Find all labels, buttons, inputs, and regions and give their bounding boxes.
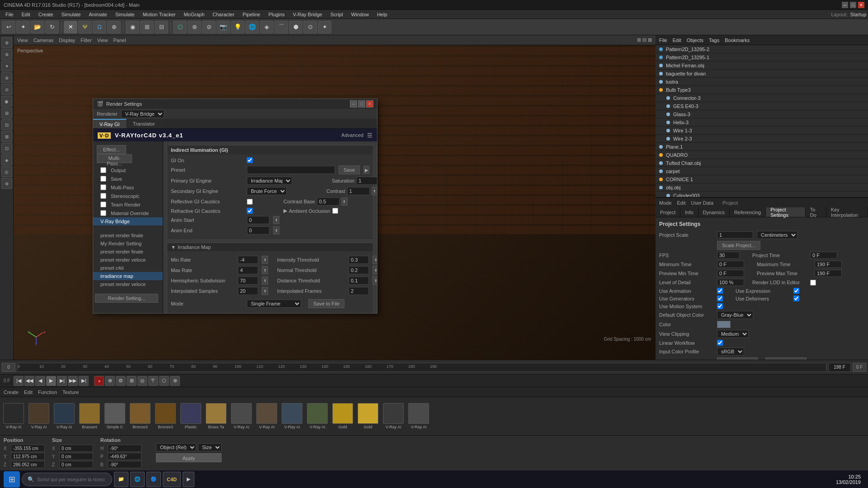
sidebar-item-output[interactable]: Output	[93, 166, 163, 174]
sidebar-item-save[interactable]: Save	[93, 174, 163, 183]
material-item[interactable]: V-Ray Ai	[280, 403, 304, 429]
material-item[interactable]: V-Ray Ai	[27, 403, 51, 429]
taskbar-app-explorer[interactable]: 📁	[114, 472, 128, 487]
viewport-menu-view2[interactable]: View	[97, 38, 108, 43]
obj-mgr-file[interactable]: File	[659, 38, 667, 43]
cache-btn[interactable]: ◎	[137, 376, 147, 386]
list-item[interactable]: Cylinder003	[656, 192, 868, 197]
rot-h-input[interactable]	[108, 445, 142, 452]
size-x-input[interactable]	[59, 445, 93, 452]
dialog-maximize-btn[interactable]: □	[358, 100, 365, 108]
sidebar-item-material-override[interactable]: Material Override	[93, 209, 163, 217]
render-preset-item[interactable]: preset c4d	[93, 264, 163, 272]
nurbs-btn[interactable]: ⊛	[188, 21, 201, 33]
linear-workflow-checkbox[interactable]	[717, 340, 723, 346]
taskbar-search-input[interactable]	[37, 477, 105, 482]
menu-window[interactable]: Window	[348, 11, 373, 18]
anim-end-spinner[interactable]: ⬆	[273, 226, 279, 235]
vray-tab-gi[interactable]: V-Ray GI	[93, 119, 127, 128]
preset-input[interactable]	[247, 166, 335, 174]
mode-function[interactable]: Function	[38, 389, 57, 395]
min-rate-spinner[interactable]: ⬆	[262, 256, 268, 264]
intensity-spinner[interactable]: ⬆	[373, 256, 377, 264]
mode-pan[interactable]: ⊕	[107, 21, 121, 33]
left-btn-5[interactable]: ⊘	[1, 84, 12, 95]
key-btn[interactable]: ⬡	[159, 376, 169, 386]
menu-vray-bridge[interactable]: V-Ray Bridge	[289, 11, 326, 18]
play-btn[interactable]: ▶	[46, 376, 56, 386]
tab-referencing[interactable]: Referencing	[730, 207, 766, 217]
taskbar-app-browser[interactable]: 🌐	[130, 472, 145, 487]
contrast-spinner[interactable]: ⬆	[372, 187, 377, 195]
reflective-gi-checkbox[interactable]	[247, 199, 253, 205]
render-preset-item[interactable]: preset render veloce	[93, 280, 163, 288]
tab-todo[interactable]: To Do	[806, 207, 826, 217]
tool1[interactable]: ↻	[45, 21, 59, 33]
default-obj-color-select[interactable]: Gray-Blue	[717, 311, 753, 319]
intensity-input[interactable]	[349, 256, 369, 264]
motion-btn[interactable]: 〒	[148, 376, 158, 386]
options-btn[interactable]: ⚙	[116, 376, 126, 386]
mode-tab-edit[interactable]: Edit	[677, 200, 686, 206]
contrast-base-spinner[interactable]: ⬆	[341, 197, 348, 206]
save-to-file-btn[interactable]: Save to File	[308, 299, 344, 308]
size-y-input[interactable]	[59, 453, 93, 460]
undo-button[interactable]: ↩	[2, 21, 15, 33]
apply-button[interactable]: Apply	[156, 453, 222, 462]
menu-create[interactable]: Create	[35, 11, 57, 18]
close-button[interactable]: ✕	[858, 2, 864, 8]
hemispheric-input[interactable]	[238, 277, 258, 285]
ambient-occlusion-checkbox[interactable]	[332, 208, 338, 214]
mode-scale[interactable]: Ψ	[78, 21, 92, 33]
list-item[interactable]: Pattern2D_13295-1	[656, 53, 868, 61]
frame-start[interactable]: 0	[2, 363, 15, 372]
distance-threshold-spinner[interactable]: ⬆	[373, 277, 377, 285]
play-next-btn[interactable]: ▶|	[57, 376, 67, 386]
min-rate-input[interactable]	[238, 256, 258, 264]
render-preset-item[interactable]: irradiance map	[93, 272, 163, 280]
left-btn-12[interactable]: ◎	[1, 166, 12, 177]
viewport-controls[interactable]: ⊞ ⊟ ⊠	[637, 37, 652, 43]
material-item[interactable]: V-Ray Ai	[52, 403, 76, 429]
left-btn-10[interactable]: ⊡	[1, 143, 12, 154]
saturation-input[interactable]	[356, 177, 377, 185]
new-object-button[interactable]: ✦	[16, 21, 30, 33]
left-btn-8[interactable]: ⊟	[1, 119, 12, 130]
size-mode-select[interactable]: Size	[198, 443, 222, 451]
list-item[interactable]: GES E40-3	[656, 102, 868, 110]
viewport-menu-cameras[interactable]: Cameras	[33, 38, 54, 43]
input-color-select[interactable]: sRGB	[717, 347, 744, 356]
list-item[interactable]: Wire 1-3	[656, 127, 868, 135]
interpolated-input[interactable]	[238, 287, 258, 295]
material-item[interactable]: Gold	[331, 403, 354, 429]
cube-btn[interactable]: ⬡	[173, 21, 187, 33]
list-item[interactable]: Wire 2-3	[656, 135, 868, 143]
render-all[interactable]: ⊟	[155, 21, 168, 33]
material-item[interactable]: V-Ray Ai	[407, 403, 430, 429]
distance-threshold-input[interactable]	[349, 277, 369, 285]
max-time-input[interactable]	[815, 261, 842, 268]
list-item[interactable]: Helix-3	[656, 118, 868, 127]
effector-btn[interactable]: ✦	[318, 21, 331, 33]
dialog-titlebar[interactable]: 🎬 Render Settings ─ □ ✕	[93, 99, 377, 109]
record-btn[interactable]: ●	[94, 376, 104, 386]
menu-animate[interactable]: Animate	[85, 11, 111, 18]
left-btn-2[interactable]: ⊗	[1, 49, 12, 60]
primary-gi-select[interactable]: Irradiance Map	[247, 177, 292, 185]
render-preset-item[interactable]: preset render veloce	[93, 256, 163, 264]
timeline-ruler[interactable]: 0102030405060708090100110120130140150160…	[17, 363, 826, 372]
mode-create[interactable]: Create	[4, 389, 19, 395]
mode-tab-user-data[interactable]: User Data	[691, 200, 714, 206]
anim-start-spinner[interactable]: ⬆	[273, 216, 279, 224]
camera-btn[interactable]: 📷	[217, 21, 230, 33]
pos-z-input[interactable]	[11, 461, 45, 468]
mesh-btn[interactable]: ⬢	[289, 21, 302, 33]
menu-simulate[interactable]: Simulate	[58, 11, 85, 18]
size-z-input[interactable]	[59, 461, 93, 468]
contrast-base-input[interactable]	[317, 197, 340, 206]
list-item[interactable]: lustra	[656, 78, 868, 86]
obj-mgr-edit[interactable]: Edit	[673, 38, 681, 43]
dialog-close-btn[interactable]: ✕	[366, 100, 373, 108]
dialog-minimize-btn[interactable]: ─	[350, 100, 357, 108]
vray-advanced-label[interactable]: Advanced	[341, 132, 363, 138]
